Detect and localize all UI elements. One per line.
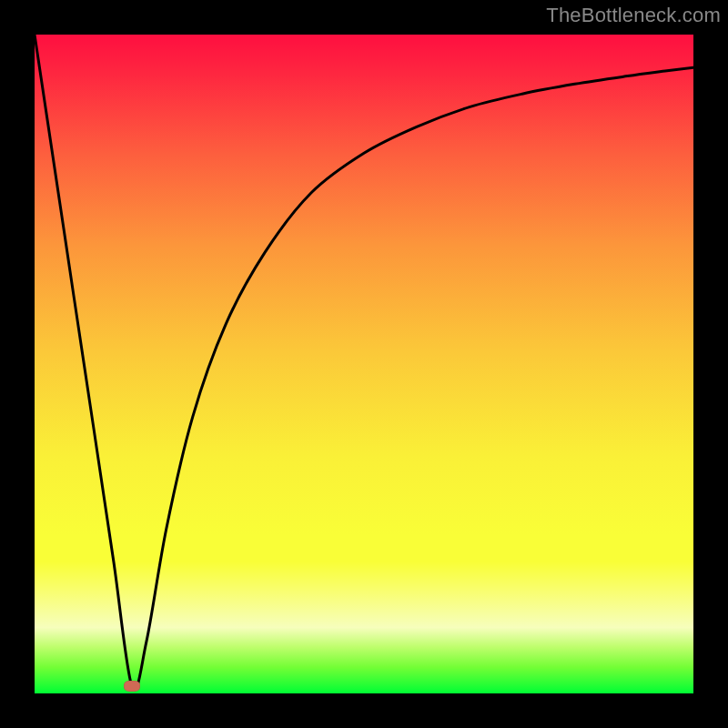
optimal-point-marker [124,681,140,692]
bottleneck-curve [35,35,693,693]
chart-plot-area [35,35,693,693]
watermark-label: TheBottleneck.com [546,4,721,27]
